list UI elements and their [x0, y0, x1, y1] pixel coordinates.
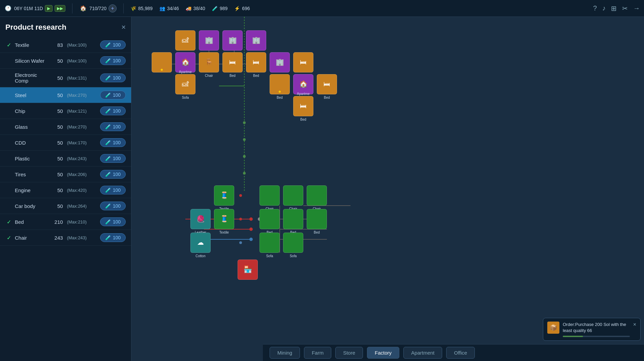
- research-action-button[interactable]: 🧪 100: [100, 73, 126, 82]
- node-apartment-1[interactable]: 🏠 Apartment: [175, 52, 195, 72]
- tab-store[interactable]: Store: [335, 347, 363, 359]
- conn-dot-red-2: [239, 218, 242, 220]
- node-apartment-2[interactable]: 🏠 Apartment: [293, 74, 313, 94]
- node-chair-g-3[interactable]: Chair: [307, 185, 327, 206]
- node-label: Chair: [197, 74, 221, 78]
- research-item-chair[interactable]: ✓Chair243(Max:243)🧪 100: [0, 230, 131, 246]
- node-label: Bed: [221, 74, 244, 78]
- node-bed-4[interactable]: Bed: [270, 74, 290, 94]
- research-max-label: (Max:100): [67, 42, 97, 48]
- fast-forward-button[interactable]: ▶▶: [55, 5, 65, 12]
- node-bed-g-1[interactable]: Bed: [259, 209, 280, 229]
- research-action-button[interactable]: 🧪 100: [100, 217, 126, 226]
- research-action-button[interactable]: 🧪 100: [100, 122, 126, 131]
- research-max-label: (Max:210): [67, 219, 97, 224]
- node-bed-1[interactable]: 🛏 Bed: [222, 52, 243, 72]
- office-icon: 🏢: [252, 36, 260, 44]
- svg-point-10: [249, 228, 253, 231]
- tab-mining[interactable]: Mining: [270, 347, 300, 359]
- research-item-silicon-wafer[interactable]: Silicon Wafer50(Max:100)🧪 100: [0, 53, 131, 69]
- sofa-icon: 🛋: [182, 36, 189, 44]
- node-bed-g-2[interactable]: Bed: [283, 209, 303, 229]
- node-chair-1[interactable]: 🪑 Chair: [199, 52, 219, 72]
- node-bed-3[interactable]: 🛏 Bed: [293, 52, 313, 72]
- waypoint-3: [243, 155, 246, 158]
- flask-icon: 🧪: [105, 42, 111, 48]
- research-max-label: (Max:131): [67, 76, 97, 81]
- research-action-button[interactable]: 🧪 100: [100, 91, 126, 99]
- panel-title: Product research: [5, 23, 66, 32]
- flask-icon: 🧪: [105, 187, 111, 193]
- node-bed-6[interactable]: 🛏 Bed: [293, 96, 313, 116]
- research-action-button[interactable]: 🧪 100: [100, 56, 126, 65]
- node-office-2[interactable]: 🏢 Office: [222, 30, 243, 51]
- node-chair-g-1[interactable]: Chair: [259, 185, 280, 206]
- research-item-steel[interactable]: Steel50(Max:270)🧪 100: [0, 87, 131, 103]
- research-action-button[interactable]: 🧪 100: [100, 107, 126, 115]
- store-icon: 🏪: [244, 265, 252, 273]
- research-item-electronic-comp[interactable]: Electronic Comp50(Max:131)🧪 100: [0, 69, 131, 87]
- node-sofa-2[interactable]: 🛋 Sofa: [175, 74, 195, 94]
- node-textile-2[interactable]: 🧵 Textile: [214, 209, 234, 229]
- tab-apartment[interactable]: Apartment: [403, 347, 442, 359]
- music-icon[interactable]: ♪: [602, 4, 606, 12]
- tab-farm[interactable]: Farm: [304, 347, 331, 359]
- node-office-3[interactable]: 🏢 Office: [246, 30, 266, 51]
- node-leather[interactable]: 🧶 Leather: [190, 209, 211, 229]
- research-action-button[interactable]: 🧪 100: [100, 186, 126, 194]
- research-action-button[interactable]: 🧪 100: [100, 170, 126, 179]
- research-item-glass[interactable]: Glass50(Max:270)🧪 100: [0, 119, 131, 135]
- research-action-button[interactable]: 🧪 100: [100, 138, 126, 147]
- research-action-button[interactable]: 🧪 100: [100, 202, 126, 210]
- notification-close-button[interactable]: ×: [633, 322, 636, 328]
- node-sofa-g-2[interactable]: Sofa: [283, 233, 303, 253]
- map-icon[interactable]: ⊞: [611, 4, 617, 12]
- research-current-value: 50: [51, 108, 63, 114]
- help-icon[interactable]: ?: [593, 4, 597, 12]
- research-action-button[interactable]: 🧪 100: [100, 40, 126, 49]
- tab-office[interactable]: Office: [446, 347, 475, 359]
- node-bed-5[interactable]: 🛏 Bed: [317, 74, 337, 94]
- research-item-chip[interactable]: Chip50(Max:121)🧪 100: [0, 103, 131, 119]
- node-store[interactable]: 🏪: [238, 260, 258, 280]
- research-action-button[interactable]: 🧪 100: [100, 233, 126, 242]
- node-cotton[interactable]: ☁ Cotton: [190, 233, 211, 253]
- research-item-cdd[interactable]: CDD50(Max:170)🧪 100: [0, 135, 131, 151]
- house-icon: 🏠: [79, 4, 87, 12]
- research-name-label: Steel: [15, 92, 48, 98]
- grain-icon: 🌾: [130, 6, 136, 11]
- research-item-textile[interactable]: ✓Textile83(Max:100)🧪 100: [0, 37, 131, 53]
- add-housing-button[interactable]: +: [109, 4, 117, 12]
- node-textile-1[interactable]: 🧵 Textile: [214, 185, 234, 206]
- notification-content: Order:Purchase 200 Sol with the least qu…: [563, 322, 630, 337]
- node-sofa-1[interactable]: 🛋 Sofa: [175, 30, 195, 51]
- research-item-engine[interactable]: Engine50(Max:420)🧪 100: [0, 182, 131, 198]
- research-item-car-body[interactable]: Car body50(Max:264)🧪 100: [0, 198, 131, 214]
- node-chair-g-2[interactable]: Chair: [283, 185, 303, 206]
- research-check-icon: [5, 57, 12, 64]
- tab-factory[interactable]: Factory: [367, 347, 399, 359]
- research-item-bed[interactable]: ✓Bed210(Max:210)🧪 100: [0, 214, 131, 230]
- node-single-1[interactable]: [152, 52, 172, 72]
- research-name-label: Chair: [15, 235, 48, 241]
- flask-icon: 🧪: [105, 92, 111, 98]
- node-sofa-g-1[interactable]: Sofa: [259, 233, 280, 253]
- science-value: 989: [220, 6, 227, 11]
- time-display: 🕐 06Y 01M 11D ▶ ▶▶: [4, 4, 65, 12]
- play-button[interactable]: ▶: [45, 5, 53, 12]
- exit-icon[interactable]: →: [633, 4, 640, 12]
- bed-icon: 🛏: [300, 102, 307, 110]
- research-max-label: (Max:264): [67, 204, 97, 209]
- research-item-tires[interactable]: Tires50(Max:206)🧪 100: [0, 167, 131, 182]
- panel-close-button[interactable]: ×: [121, 23, 126, 32]
- research-name-label: Silicon Wafer: [15, 58, 48, 64]
- node-bed-g-3[interactable]: Bed: [307, 209, 327, 229]
- research-item-plastic[interactable]: Plastic50(Max:243)🧪 100: [0, 151, 131, 167]
- node-office-4[interactable]: 🏢 Office: [270, 52, 290, 72]
- node-office-1[interactable]: 🏢 Office: [199, 30, 219, 51]
- node-bed-2[interactable]: 🛏 Bed: [246, 52, 266, 72]
- research-name-label: Car body: [15, 203, 48, 209]
- scissors-icon[interactable]: ✂: [622, 4, 628, 12]
- node-label: Bed: [315, 96, 339, 99]
- research-action-button[interactable]: 🧪 100: [100, 154, 126, 163]
